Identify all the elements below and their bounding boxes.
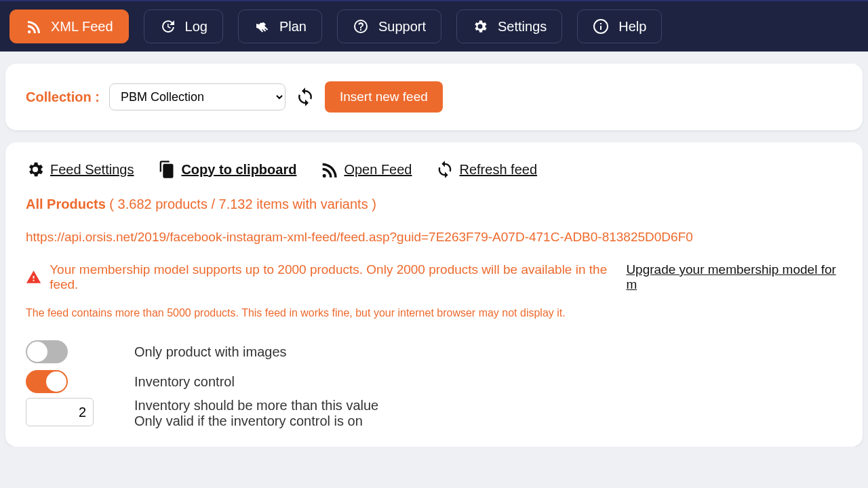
rss-icon <box>319 160 338 179</box>
nav-support[interactable]: Support <box>337 9 441 43</box>
nav-label: Help <box>618 19 646 35</box>
refresh-feed-link[interactable]: Refresh feed <box>435 160 538 179</box>
nav-log[interactable]: Log <box>144 9 223 43</box>
browser-note: The feed contains more than 5000 product… <box>26 307 842 319</box>
action-label: Open Feed <box>344 162 412 178</box>
action-label: Feed Settings <box>50 162 134 178</box>
feed-url[interactable]: https://api.orsis.net/2019/facebook-inst… <box>26 230 842 245</box>
collection-card: Collection : PBM Collection Insert new f… <box>5 64 863 130</box>
nav-label: Settings <box>498 19 547 35</box>
threshold-desc-2: Only valid if the inventory control is o… <box>134 413 378 429</box>
collection-label: Collection : <box>26 89 100 105</box>
copy-icon <box>157 160 176 179</box>
info-icon <box>593 18 609 35</box>
feed-card: Feed Settings Copy to clipboard Open Fee… <box>5 142 863 447</box>
collection-select[interactable]: PBM Collection <box>109 83 285 110</box>
action-label: Refresh feed <box>460 162 538 178</box>
open-feed-link[interactable]: Open Feed <box>319 160 412 179</box>
nav-xml-feed[interactable]: XML Feed <box>9 9 129 43</box>
gear-icon <box>26 160 45 179</box>
only-images-toggle[interactable] <box>26 340 68 363</box>
nav-label: Plan <box>279 19 307 35</box>
nav-settings[interactable]: Settings <box>456 9 562 43</box>
action-label: Copy to clipboard <box>181 162 296 178</box>
history-icon <box>159 18 176 35</box>
feed-options: Only product with images Inventory contr… <box>26 338 842 429</box>
nav-plan[interactable]: Plan <box>238 9 322 43</box>
warning-triangle-icon <box>26 269 41 285</box>
gear-icon <box>472 18 488 35</box>
feed-actions: Feed Settings Copy to clipboard Open Fee… <box>26 160 842 179</box>
inventory-threshold-input[interactable] <box>26 398 94 426</box>
membership-warning-text: Your membership model supports up to 200… <box>50 262 618 292</box>
membership-warning: Your membership model supports up to 200… <box>26 262 842 292</box>
top-nav: XML Feed Log Plan Support Settings Help <box>0 0 868 52</box>
copy-to-clipboard-link[interactable]: Copy to clipboard <box>157 160 296 179</box>
nav-label: XML Feed <box>51 19 113 35</box>
product-summary: All Products ( 3.682 products / 7.132 it… <box>26 197 842 212</box>
insert-new-feed-button[interactable]: Insert new feed <box>325 81 443 113</box>
handshake-icon <box>254 18 270 35</box>
sync-icon <box>435 160 454 179</box>
nav-label: Log <box>185 19 208 35</box>
only-images-label: Only product with images <box>134 344 287 360</box>
upgrade-link[interactable]: Upgrade your membership model for m <box>626 262 842 292</box>
nav-label: Support <box>378 19 426 35</box>
threshold-desc-1: Inventory should be more than this value <box>134 398 378 413</box>
inventory-control-label: Inventory control <box>134 374 235 390</box>
question-circle-icon <box>353 18 369 35</box>
feed-settings-link[interactable]: Feed Settings <box>26 160 134 179</box>
rss-icon <box>25 18 41 35</box>
nav-help[interactable]: Help <box>577 9 662 43</box>
inventory-control-toggle[interactable] <box>26 370 68 393</box>
sync-icon[interactable] <box>295 87 315 107</box>
